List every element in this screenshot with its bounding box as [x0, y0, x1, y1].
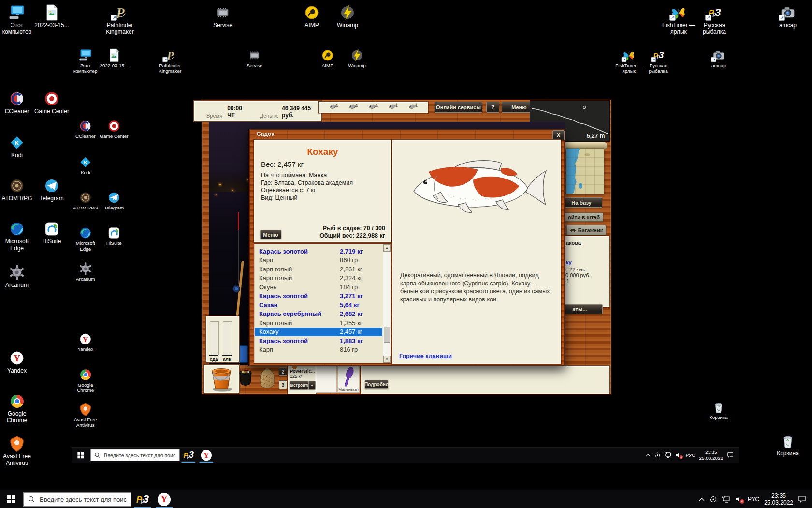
scroll-up-icon[interactable]: ▲	[383, 244, 391, 252]
scroll-down-icon[interactable]: ▼	[383, 356, 391, 363]
desktop-icon-arcanum[interactable]: Arcanum	[0, 264, 38, 289]
bucket-slot[interactable]	[203, 364, 240, 394]
start-button[interactable]	[0, 490, 22, 508]
food-meter-label: еда	[209, 357, 218, 362]
desktop-icon-winamp[interactable]: Winamp	[326, 4, 369, 29]
details-button[interactable]: Подробно	[365, 380, 388, 389]
rod-test-weight: 125 кг	[290, 374, 302, 379]
hud-meters-panel: еда алк	[205, 316, 240, 363]
search-input[interactable]	[39, 495, 128, 504]
empty-tackle-slot[interactable]	[316, 365, 337, 393]
desktop-icon-yandex[interactable]: YYandex	[0, 349, 38, 374]
shortcut-arrow-icon	[779, 15, 785, 21]
desktop-icon-pathfinder[interactable]: PPathfinder Kingmaker	[99, 4, 141, 35]
fish-row[interactable]: Карась золотой1,883 кг	[255, 336, 382, 345]
desktop-icon-label: amcap	[779, 22, 797, 29]
fish-row[interactable]: Карась золотой2,719 кг	[255, 247, 382, 256]
fish-bait-line: На что поймана: Манка	[261, 172, 327, 179]
taskbar: Рр3 Y	[0, 490, 812, 508]
desktop-icon-label: CCleaner	[5, 108, 29, 115]
fish-row[interactable]: Окунь184 гр	[255, 283, 382, 292]
fish-row[interactable]: Карп голый2,324 кг	[255, 274, 382, 283]
fish-row-weight: 816 гр	[340, 346, 358, 353]
meet-now-icon[interactable]	[710, 495, 717, 503]
rod-slot-3-button[interactable]: 3	[279, 380, 287, 389]
caught-fish-icon	[328, 102, 339, 113]
to-base-button[interactable]: На базу	[561, 197, 602, 208]
taskbar-app-rr3[interactable]: Рр3	[131, 490, 153, 508]
keeper-menu-button[interactable]: Меню	[260, 230, 281, 239]
yandex-app-icon: Y	[158, 493, 171, 506]
alcohol-meter-label: алк	[222, 357, 232, 362]
desktop-icon-rr3[interactable]: Рр3Русская рыбалка	[693, 4, 736, 35]
hidden-icons-chevron-icon[interactable]	[699, 497, 705, 501]
desktop-icon-label: Telegram	[40, 195, 63, 202]
desktop-icon-label: Google Chrome	[7, 411, 28, 424]
fish-row[interactable]: Карп голый2,261 кг	[255, 265, 382, 274]
fish-row[interactable]: Карась серебряный2,682 кг	[255, 310, 382, 319]
desktop-icon-hisuite[interactable]: HiSuite	[30, 220, 73, 245]
fish-picture-panel: Декоративный, одомашненный в Японии, под…	[392, 139, 561, 364]
fish-row[interactable]: Кохаку2,457 кг	[255, 328, 382, 337]
fish-row-name: Карп голый	[259, 319, 292, 327]
groundbait-sack-icon[interactable]	[257, 367, 277, 390]
desktop-icon-amcap[interactable]: amcap	[767, 4, 809, 29]
hotkeys-link[interactable]: Горячие клавиши	[399, 353, 452, 359]
list-scrollbar[interactable]: ▲ ▼	[383, 244, 391, 363]
chip-icon	[213, 4, 232, 21]
language-indicator[interactable]: РУС	[748, 496, 759, 503]
close-icon[interactable]: X	[552, 130, 565, 140]
desktop-icon-recycle[interactable]: Корзина	[767, 432, 809, 457]
location-info-line: 0 000 руб.	[566, 272, 591, 278]
desktop-icon-avast[interactable]: Avast Free Antivirus	[0, 435, 38, 466]
desktop-icon-gamecenter[interactable]: Game Center	[30, 90, 73, 115]
desktop-icon-label: Этот компьютер	[2, 22, 32, 35]
desktop-icon-chrome[interactable]: Google Chrome	[0, 392, 38, 424]
fish-row[interactable]: Карп голый1,355 кг	[255, 318, 382, 328]
scrollbar-thumb[interactable]	[384, 327, 390, 343]
fishtimer-icon	[669, 4, 688, 21]
help-button[interactable]: ?	[486, 102, 499, 113]
amcap-icon	[778, 4, 798, 21]
fish-row-weight: 3,271 кг	[340, 292, 363, 299]
location-link-fragment[interactable]: ку	[566, 259, 572, 265]
alcohol-meter	[223, 321, 232, 355]
taskbar-search[interactable]	[23, 492, 131, 507]
spoon-lure-slot[interactable]: Маленькая	[337, 365, 360, 393]
desktop-icon-kodi[interactable]: KKodi	[0, 134, 38, 159]
keeper-fish-list-panel: Карась золотой2,719 кгКарп860 грКарп гол…	[254, 243, 392, 364]
rod-slot-2-button[interactable]: 2	[279, 367, 287, 376]
meter-baseline	[209, 355, 218, 356]
aimp-icon	[302, 4, 321, 21]
fish-row[interactable]: Сазан5,64 кг	[255, 300, 382, 310]
bucket-icon	[204, 365, 239, 393]
network-icon[interactable]	[722, 496, 731, 503]
fish-row[interactable]: Карась золотой3,271 кг	[255, 292, 382, 301]
trunk-button[interactable]: Багажник	[566, 225, 606, 235]
fish-row-weight: 1,883 кг	[340, 337, 363, 344]
desktop-icon-label: Pathfinder Kingmaker	[106, 22, 133, 35]
edge-icon	[7, 220, 27, 238]
online-services-button[interactable]: Онлайн сервисы	[435, 102, 482, 113]
configure-rod-button[interactable]: Настроить	[290, 381, 308, 389]
volume-muted-icon[interactable]: ✕	[736, 496, 743, 503]
fish-row-name: Кохаку	[259, 328, 279, 335]
taskbar-app-yandex[interactable]: Y	[153, 490, 175, 508]
taskbar-clock[interactable]: 23:35 25.03.2022	[764, 493, 793, 506]
cauldron-bait-icon[interactable]	[236, 367, 255, 388]
catch-fish-icons-panel	[318, 101, 428, 113]
rod-dropdown-button[interactable]: ▼	[308, 381, 316, 389]
car-icon	[570, 228, 576, 232]
desktop-icon-chip[interactable]: Servise	[202, 4, 244, 29]
minimap-panel[interactable]	[566, 148, 604, 194]
fish-row[interactable]: Карп816 гр	[255, 345, 382, 355]
desktop-icon-image-file[interactable]: 2022-03-15...	[30, 4, 73, 29]
bottom-info-panel: Подробно	[361, 365, 610, 394]
clock-time: 23:35	[764, 493, 793, 499]
system-tray: ✕ РУС 23:35 25.03.2022	[699, 493, 806, 506]
action-center-icon[interactable]	[798, 496, 806, 503]
fish-row[interactable]: Карп860 гр	[255, 256, 382, 265]
desktop-icon-telegram[interactable]: Telegram	[30, 177, 73, 202]
selected-fish-info-panel: Кохаку Вес: 2,457 кг На что поймана: Ман…	[254, 139, 392, 243]
dialog-titlebar[interactable]	[249, 129, 565, 139]
